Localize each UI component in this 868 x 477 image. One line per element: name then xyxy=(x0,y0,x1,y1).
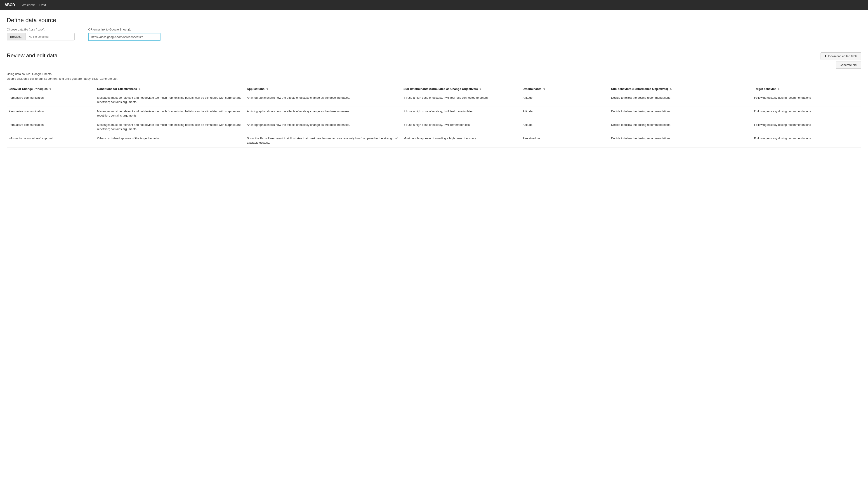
cell-subB-0[interactable]: Decide to follow the dosing recommendati… xyxy=(610,93,752,107)
cell-bcp-2[interactable]: Persuasive communication xyxy=(7,120,95,134)
col-label-cfe: Conditions for Effectiveness xyxy=(97,87,137,91)
nav-welcome[interactable]: Welcome xyxy=(22,3,35,7)
cell-bcp-0[interactable]: Persuasive communication xyxy=(7,93,95,107)
col-label-sub: Sub-determinants (formulated as Change O… xyxy=(403,87,478,91)
cell-subB-1[interactable]: Decide to follow the dosing recommendati… xyxy=(610,107,752,120)
col-label-det: Determinants xyxy=(523,87,541,91)
table-header-row: Behavior Change Principles ⇅ Conditions … xyxy=(7,85,861,93)
info-line2: Double click on a cell to edit its conte… xyxy=(7,76,861,81)
cell-det-2[interactable]: Attitude xyxy=(521,120,610,134)
cell-det-1[interactable]: Attitude xyxy=(521,107,610,120)
cell-subB-3[interactable]: Decide to follow the dosing recommendati… xyxy=(610,134,752,147)
sort-icon-app[interactable]: ⇅ xyxy=(266,88,268,90)
cell-tgt-0[interactable]: Following ecstasy dosing recommendations xyxy=(752,93,861,107)
review-header: Review and edit data ⬇ Download edited t… xyxy=(7,53,861,69)
col-header-bcp: Behavior Change Principles ⇅ xyxy=(7,85,95,93)
col-label-bcp: Behavior Change Principles xyxy=(8,87,48,91)
cell-app-3[interactable]: Show the Party Panel result that illustr… xyxy=(245,134,402,147)
nav-data[interactable]: Data xyxy=(39,3,46,7)
cell-cfe-2[interactable]: Messages must be relevant and not deviat… xyxy=(95,120,245,134)
table-row[interactable]: Persuasive communicationMessages must be… xyxy=(7,93,861,107)
col-header-tgt: Target behavior ⇅ xyxy=(752,85,861,93)
download-button[interactable]: ⬇ Download edited table xyxy=(820,53,861,60)
cell-det-0[interactable]: Attitude xyxy=(521,93,610,107)
sort-icon-det[interactable]: ⇅ xyxy=(543,88,545,90)
info-line1: Using data source: Google Sheets xyxy=(7,72,861,76)
table-row[interactable]: Persuasive communicationMessages must be… xyxy=(7,107,861,120)
right-actions: ⬇ Download edited table Generate plot xyxy=(820,53,861,69)
file-name-display: No file selected xyxy=(26,33,51,40)
data-source-row: Choose data file (.csv / .xlsx): Browse.… xyxy=(7,28,861,41)
cell-cfe-0[interactable]: Messages must be relevant and not deviat… xyxy=(95,93,245,107)
sort-icon-tgt[interactable]: ⇅ xyxy=(778,88,779,90)
col-header-cfe: Conditions for Effectiveness ⇅ xyxy=(95,85,245,93)
table-body: Persuasive communicationMessages must be… xyxy=(7,93,861,147)
cell-app-2[interactable]: An infographic shows how the effects of … xyxy=(245,120,402,134)
col-header-subB: Sub-behaviors (Performance Objectives) ⇅ xyxy=(610,85,752,93)
cell-tgt-2[interactable]: Following ecstasy dosing recommendations xyxy=(752,120,861,134)
cell-cfe-3[interactable]: Others do indeed approve of the target b… xyxy=(95,134,245,147)
define-section-title: Define data source xyxy=(7,17,861,24)
table-header: Behavior Change Principles ⇅ Conditions … xyxy=(7,85,861,93)
data-table-wrapper: Behavior Change Principles ⇅ Conditions … xyxy=(7,85,861,147)
file-input-col: Choose data file (.csv / .xlsx): Browse.… xyxy=(7,28,74,40)
cell-app-0[interactable]: An infographic shows how the effects of … xyxy=(245,93,402,107)
table-row[interactable]: Persuasive communicationMessages must be… xyxy=(7,120,861,134)
cell-tgt-1[interactable]: Following ecstasy dosing recommendations xyxy=(752,107,861,120)
col-label-tgt: Target behavior xyxy=(754,87,776,91)
download-label: Download edited table xyxy=(828,55,857,58)
col-label-subB: Sub-behaviors (Performance Objectives) xyxy=(611,87,668,91)
data-source-info: Using data source: Google Sheets Double … xyxy=(7,72,861,81)
cell-tgt-3[interactable]: Following ecstasy dosing recommendations xyxy=(752,134,861,147)
cell-sub-2[interactable]: If I use a high dose of ecstasy, I will … xyxy=(402,120,521,134)
sort-icon-sub[interactable]: ⇅ xyxy=(479,88,481,90)
browse-button[interactable]: Browse... xyxy=(7,33,26,40)
sort-icon-subB[interactable]: ⇅ xyxy=(670,88,672,90)
cell-bcp-3[interactable]: Information about others' approval xyxy=(7,134,95,147)
col-header-sub: Sub-determinants (formulated as Change O… xyxy=(402,85,521,93)
sort-icon-cfe[interactable]: ⇅ xyxy=(138,88,141,90)
sort-icon-bcp[interactable]: ⇅ xyxy=(49,88,51,90)
google-sheet-input[interactable] xyxy=(88,33,160,41)
navbar: ABCD Welcome Data xyxy=(0,0,868,10)
file-input-label: Choose data file (.csv / .xlsx): xyxy=(7,28,74,31)
col-label-app: Applications xyxy=(247,87,265,91)
cell-subB-2[interactable]: Decide to follow the dosing recommendati… xyxy=(610,120,752,134)
cell-det-3[interactable]: Perceived norm xyxy=(521,134,610,147)
main-content: Define data source Choose data file (.cs… xyxy=(0,10,868,154)
table-row[interactable]: Information about others' approvalOthers… xyxy=(7,134,861,147)
cell-sub-3[interactable]: Most people approve of avoiding a high d… xyxy=(402,134,521,147)
brand-logo: ABCD xyxy=(4,3,15,7)
data-table: Behavior Change Principles ⇅ Conditions … xyxy=(7,85,861,147)
col-header-app: Applications ⇅ xyxy=(245,85,402,93)
google-sheet-col: OR enter link to Google Sheet (): xyxy=(88,28,160,41)
download-icon: ⬇ xyxy=(825,55,827,58)
cell-bcp-1[interactable]: Persuasive communication xyxy=(7,107,95,120)
cell-cfe-1[interactable]: Messages must be relevant and not deviat… xyxy=(95,107,245,120)
cell-sub-1[interactable]: If I use a high dose of ecstasy, I will … xyxy=(402,107,521,120)
google-sheet-label: OR enter link to Google Sheet (): xyxy=(88,28,160,31)
review-section-title: Review and edit data xyxy=(7,53,57,59)
cell-sub-0[interactable]: If I use a high dose of ecstasy, I will … xyxy=(402,93,521,107)
cell-app-1[interactable]: An infographic shows how the effects of … xyxy=(245,107,402,120)
generate-plot-button[interactable]: Generate plot xyxy=(836,61,861,69)
col-header-det: Determinants ⇅ xyxy=(521,85,610,93)
file-input-wrapper: Browse... No file selected xyxy=(7,33,74,40)
